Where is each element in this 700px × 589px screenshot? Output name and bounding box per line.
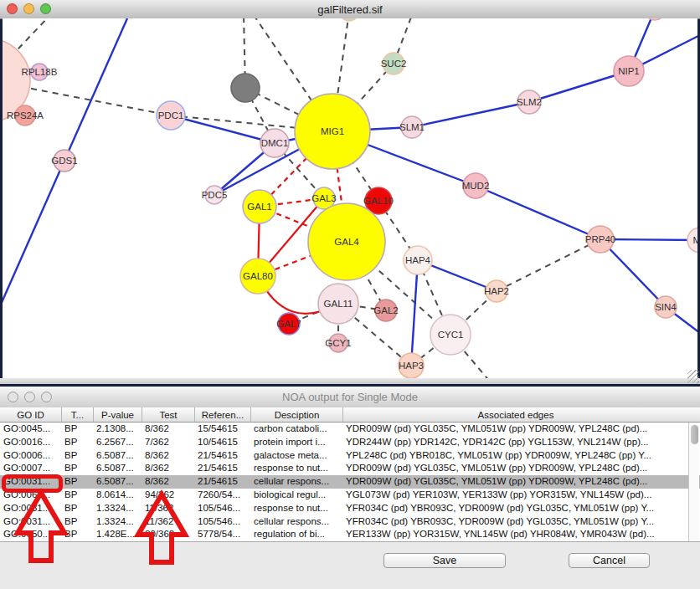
table-row[interactable]: GO:0006...BP6.5087...8/36221/54615galact… xyxy=(0,449,700,463)
cancel-button[interactable]: Cancel xyxy=(569,553,650,568)
cell: 80/362 xyxy=(142,528,195,541)
cell: 8.0614... xyxy=(94,489,142,502)
node-label: GAL3 xyxy=(311,193,336,203)
cell: protein import i... xyxy=(251,436,343,449)
zoom-button-icon[interactable] xyxy=(41,392,52,402)
table-row[interactable]: GO:0031...BP1.3324...11/362105/546...cel… xyxy=(0,515,700,529)
column-header-test[interactable]: Test xyxy=(142,407,195,422)
cell: 8/362 xyxy=(142,462,195,475)
column-header-t[interactable]: T... xyxy=(62,407,94,422)
node-label: GAL80 xyxy=(243,271,273,281)
graph-window-titlebar[interactable]: galFiltered.sif xyxy=(0,0,700,19)
graph-window-bottom-chrome xyxy=(0,378,700,384)
cell: BP xyxy=(62,475,94,489)
table-row[interactable]: GO:0031...BP6.5087...8/36221/54615cellul… xyxy=(0,475,700,489)
cell: YFR034C (pd) YBR093C, YDR009W (pd) YGL03… xyxy=(343,502,688,515)
node-TOPGREEN[interactable] xyxy=(340,18,358,21)
cell: 21/54615 xyxy=(195,449,251,463)
node-label: GAL2 xyxy=(373,305,398,315)
close-button-icon[interactable] xyxy=(8,392,18,402)
edge xyxy=(476,186,600,239)
save-button[interactable]: Save xyxy=(383,553,506,568)
node-label: MIG1 xyxy=(321,126,344,136)
table-row[interactable]: GO:0050...BP1.428E...80/3625778/54...reg… xyxy=(0,528,700,541)
cell: BP xyxy=(62,423,94,436)
cell: BP xyxy=(62,528,94,541)
cell: BP xyxy=(62,489,94,502)
cell: YDR009W (pd) YGL035C, YML051W (pp) YDR00… xyxy=(343,423,688,436)
minimize-button-icon[interactable] xyxy=(24,392,35,402)
cell: galactose meta... xyxy=(251,449,343,463)
node-label: PDC1 xyxy=(158,110,184,120)
cell: 15/54615 xyxy=(195,423,251,436)
edge xyxy=(171,115,275,143)
column-header-associatededges[interactable]: Associated edges xyxy=(343,407,688,422)
table-row[interactable]: GO:0016...BP6.2567...7/36210/54615protei… xyxy=(0,436,700,449)
cell: 6.5087... xyxy=(94,475,142,489)
cell: 11/362 xyxy=(142,502,195,515)
node-label: SIN4 xyxy=(655,302,677,312)
cell: cellular respons... xyxy=(251,515,343,529)
column-header-pvalue[interactable]: P-value xyxy=(94,407,142,422)
close-button-icon[interactable] xyxy=(7,3,18,14)
cell: YGL073W (pd) YER103W, YER133W (pp) YOR31… xyxy=(343,489,688,502)
network-canvas[interactable]: RPL18BRPS24AGDS1PDC1DMC1MIG1SLM1SUC2NIP1… xyxy=(3,18,697,378)
cell: 7/362 xyxy=(142,436,195,449)
node-label: RPS24A xyxy=(7,110,44,120)
zoom-button-icon[interactable] xyxy=(40,3,51,14)
column-header-goid[interactable]: GO ID xyxy=(0,407,62,422)
noa-window-titlebar[interactable]: NOA output for Single Mode xyxy=(0,387,700,408)
table-row[interactable]: GO:0007...BP6.5087...8/36221/54615respon… xyxy=(0,462,700,475)
node-label: SLM1 xyxy=(399,122,425,132)
node-label: HAP4 xyxy=(405,255,431,265)
node-label: SLM2 xyxy=(517,97,542,107)
cell: 7260/54... xyxy=(195,489,251,502)
cell: GO:0045... xyxy=(0,423,62,436)
graph-window: galFiltered.sif RPL18BRPS24AGDS1PDC1DMC1… xyxy=(0,0,700,384)
cell: YDR244W (pp) YDR142C, YDR142C (pp) YGL15… xyxy=(343,436,688,449)
cell: response to nut... xyxy=(251,502,343,515)
node-label: GAL11 xyxy=(324,299,353,309)
cell: biological regul... xyxy=(251,489,343,502)
cell: 21/54615 xyxy=(195,475,251,489)
cell: regulation of bi... xyxy=(251,528,343,541)
node-label: GAL7 xyxy=(276,319,301,329)
edge xyxy=(600,239,666,307)
cell: 21/54615 xyxy=(195,462,251,475)
cell: GO:0031... xyxy=(0,515,62,529)
edge xyxy=(497,239,600,291)
table-row[interactable]: GO:0045...BP2.1308...8/36215/54615carbon… xyxy=(0,423,700,436)
cell: 1.3324... xyxy=(94,515,142,529)
node-label: MS xyxy=(692,235,697,245)
cell: 6.2567... xyxy=(94,436,142,449)
cell: 10/54615 xyxy=(195,436,251,449)
vertical-scrollbar[interactable] xyxy=(688,423,699,541)
table-row[interactable]: GO:0031...BP1.3324...11/362105/546...res… xyxy=(0,502,700,515)
node-GRAY[interactable] xyxy=(231,74,260,102)
noa-output-window: NOA output for Single Mode GO IDT...P-va… xyxy=(0,387,700,589)
cell: YDR009W (pd) YGL035C, YML051W (pp) YDR00… xyxy=(343,475,688,489)
cell: 1.428E... xyxy=(94,528,142,541)
cell: YFR034C (pd) YBR093C, YDR009W (pd) YGL03… xyxy=(343,515,688,529)
column-header-referen[interactable]: Referen... xyxy=(195,407,251,422)
cell: BP xyxy=(62,436,94,449)
minimize-button-icon[interactable] xyxy=(23,3,34,14)
cell: cellular respons... xyxy=(251,475,343,489)
table-row[interactable]: GO:0065...BP8.0614...94/3627260/54...bio… xyxy=(0,489,700,502)
resize-handle-icon[interactable] xyxy=(687,370,699,383)
node-label: RPL18B xyxy=(22,67,58,77)
cell: 6.5087... xyxy=(94,462,142,475)
cell: YPL248C (pd) YBR018C, YML051W (pp) YDR00… xyxy=(343,449,688,463)
node-TOPRIGHT[interactable] xyxy=(645,18,665,20)
edge xyxy=(412,102,529,127)
cell: 1.3324... xyxy=(94,502,142,515)
cell: GO:0050... xyxy=(0,528,62,541)
column-header-desciption[interactable]: Desciption xyxy=(251,407,343,422)
scrollbar-thumb[interactable] xyxy=(691,425,698,444)
table-header-row[interactable]: GO IDT...P-valueTestReferen...Desciption… xyxy=(0,407,700,423)
node-label: GDS1 xyxy=(51,156,77,166)
cell: 8/362 xyxy=(142,449,195,463)
node-label: GAL1 xyxy=(247,202,271,212)
node-label: DMC1 xyxy=(261,138,289,148)
cell: 6.5087... xyxy=(94,449,142,463)
